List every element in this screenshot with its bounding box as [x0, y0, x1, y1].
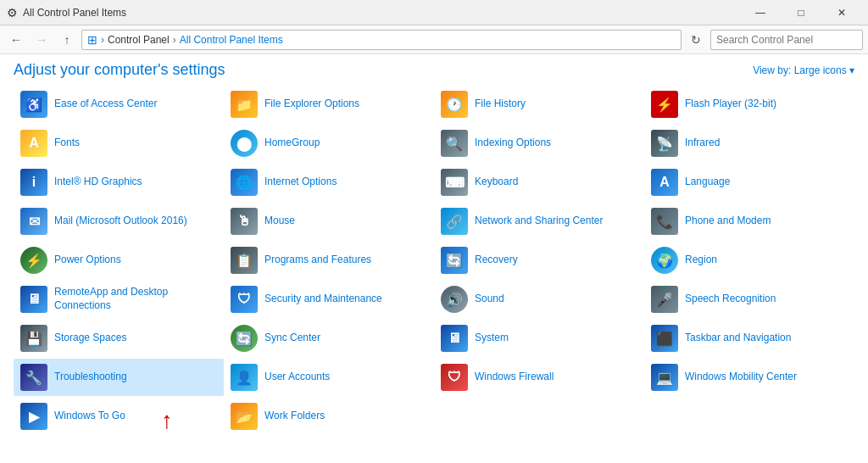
mail-icon: ✉ — [20, 208, 47, 235]
speech-label: Speech Recognition — [685, 293, 776, 306]
region-icon: 🌍 — [651, 247, 678, 274]
region-label: Region — [685, 254, 717, 267]
up-button[interactable]: ↑ — [56, 29, 78, 51]
grid-item-taskbar[interactable]: ⬛Taskbar and Navigation — [644, 320, 854, 357]
keyboard-label: Keyboard — [475, 176, 518, 189]
storage-icon: 💾 — [20, 325, 47, 352]
grid-item-system[interactable]: 🖥System — [434, 320, 644, 357]
back-button[interactable]: ← — [5, 29, 27, 51]
grid-item-language[interactable]: ALanguage — [644, 164, 854, 201]
grid-item-windows-fw[interactable]: 🛡Windows Firewall — [434, 359, 644, 396]
user-label: User Accounts — [264, 371, 330, 384]
grid-item-trouble[interactable]: 🔧Troubleshooting — [14, 359, 224, 396]
grid-item-mouse[interactable]: 🖱Mouse — [224, 203, 434, 240]
grid-item-security[interactable]: 🛡Security and Maintenance — [224, 281, 434, 318]
flash-icon: ⚡ — [651, 91, 678, 118]
storage-label: Storage Spaces — [54, 332, 126, 345]
grid-item-sync[interactable]: 🔄Sync Center — [224, 320, 434, 357]
grid-item-storage[interactable]: 💾Storage Spaces — [14, 320, 224, 357]
phone-icon: 📞 — [651, 208, 678, 235]
grid-item-user[interactable]: 👤User Accounts — [224, 359, 434, 396]
grid-item-fonts[interactable]: AFonts — [14, 125, 224, 162]
view-by-value[interactable]: Large icons ▾ — [794, 64, 854, 76]
grid-item-internet[interactable]: 🌐Internet Options — [224, 164, 434, 201]
system-icon: 🖥 — [441, 325, 468, 352]
network-icon: 🔗 — [441, 208, 468, 235]
window-title: All Control Panel Items — [23, 7, 126, 19]
grid-item-homegroup[interactable]: ⬤HomeGroup — [224, 125, 434, 162]
grid-item-remote[interactable]: 🖥RemoteApp and Desktop Connections — [14, 281, 224, 318]
indexing-label: Indexing Options — [475, 137, 551, 150]
taskbar-icon: ⬛ — [651, 325, 678, 352]
grid-item-phone[interactable]: 📞Phone and Modem — [644, 203, 854, 240]
programs-icon: 📋 — [231, 247, 258, 274]
file-history-icon: 🕐 — [441, 91, 468, 118]
fonts-label: Fonts — [54, 137, 80, 150]
grid-item-recovery[interactable]: 🔄Recovery — [434, 242, 644, 279]
grid-item-mail[interactable]: ✉Mail (Microsoft Outlook 2016) — [14, 203, 224, 240]
indexing-icon: 🔍 — [441, 130, 468, 157]
grid-item-file-history[interactable]: 🕐File History — [434, 86, 644, 123]
power-label: Power Options — [54, 254, 121, 267]
address-bar: ← → ↑ ⊞ › Control Panel › All Control Pa… — [0, 25, 868, 54]
content-area: Adjust your computer's settings View by:… — [0, 54, 868, 442]
trouble-icon: 🔧 — [20, 364, 47, 391]
grid-item-flash[interactable]: ⚡Flash Player (32-bit) — [644, 86, 854, 123]
grid-item-programs[interactable]: 📋Programs and Features — [224, 242, 434, 279]
refresh-button[interactable]: ↻ — [685, 29, 707, 51]
grid-item-region[interactable]: 🌍Region — [644, 242, 854, 279]
infrared-label: Infrared — [685, 137, 720, 150]
grid-item-network[interactable]: 🔗Network and Sharing Center — [434, 203, 644, 240]
recovery-label: Recovery — [475, 254, 518, 267]
ease-icon: ♿ — [20, 91, 47, 118]
fonts-icon: A — [20, 130, 47, 157]
ease-label: Ease of Access Center — [54, 98, 157, 111]
grid-item-intel[interactable]: iIntel® HD Graphics — [14, 164, 224, 201]
grid-item-work[interactable]: 📂Work Folders — [224, 398, 434, 435]
grid-item-indexing[interactable]: 🔍Indexing Options — [434, 125, 644, 162]
programs-label: Programs and Features — [264, 254, 371, 267]
taskbar-label: Taskbar and Navigation — [685, 332, 791, 345]
internet-label: Internet Options — [264, 176, 337, 189]
language-label: Language — [685, 176, 730, 189]
grid-item-ease[interactable]: ♿Ease of Access Center — [14, 86, 224, 123]
grid-item-speech[interactable]: 🎤Speech Recognition — [644, 281, 854, 318]
windows-go-label: Windows To Go — [54, 410, 125, 423]
windows-go-icon: ▶ — [20, 403, 47, 430]
grid-item-infrared[interactable]: 📡Infrared — [644, 125, 854, 162]
trouble-label: Troubleshooting — [54, 371, 127, 384]
grid-item-sound[interactable]: 🔊Sound — [434, 281, 644, 318]
grid-item-power[interactable]: ⚡Power Options — [14, 242, 224, 279]
window-icon: ⚙ — [7, 6, 18, 20]
forward-button[interactable]: → — [31, 29, 53, 51]
search-input[interactable] — [710, 30, 863, 50]
current-path: All Control Panel Items — [180, 34, 283, 46]
minimize-button[interactable]: — — [741, 0, 780, 25]
speech-icon: 🎤 — [651, 286, 678, 313]
grid-item-mobility[interactable]: 💻Windows Mobility Center — [644, 359, 854, 396]
grid-item-file-explorer[interactable]: 📁File Explorer Options — [224, 86, 434, 123]
address-path[interactable]: ⊞ › Control Panel › All Control Panel It… — [81, 30, 682, 50]
view-by: View by: Large icons ▾ — [753, 64, 854, 76]
phone-label: Phone and Modem — [685, 215, 771, 228]
infrared-icon: 📡 — [651, 130, 678, 157]
file-explorer-label: File Explorer Options — [264, 98, 359, 111]
maximize-button[interactable]: □ — [782, 0, 821, 25]
remote-label: RemoteApp and Desktop Connections — [54, 286, 217, 312]
header-row: Adjust your computer's settings View by:… — [14, 61, 854, 79]
close-button[interactable]: ✕ — [822, 0, 861, 25]
sound-icon: 🔊 — [441, 286, 468, 313]
work-label: Work Folders — [264, 410, 325, 423]
intel-icon: i — [20, 169, 47, 196]
grid-item-keyboard[interactable]: ⌨Keyboard — [434, 164, 644, 201]
work-icon: 📂 — [231, 403, 258, 430]
sync-label: Sync Center — [264, 332, 320, 345]
mobility-label: Windows Mobility Center — [685, 371, 797, 384]
power-icon: ⚡ — [20, 247, 47, 274]
network-label: Network and Sharing Center — [475, 215, 603, 228]
keyboard-icon: ⌨ — [441, 169, 468, 196]
grid-item-windows-go[interactable]: ▶Windows To Go — [14, 398, 224, 435]
windows-fw-label: Windows Firewall — [475, 371, 554, 384]
internet-icon: 🌐 — [231, 169, 258, 196]
mobility-icon: 💻 — [651, 364, 678, 391]
